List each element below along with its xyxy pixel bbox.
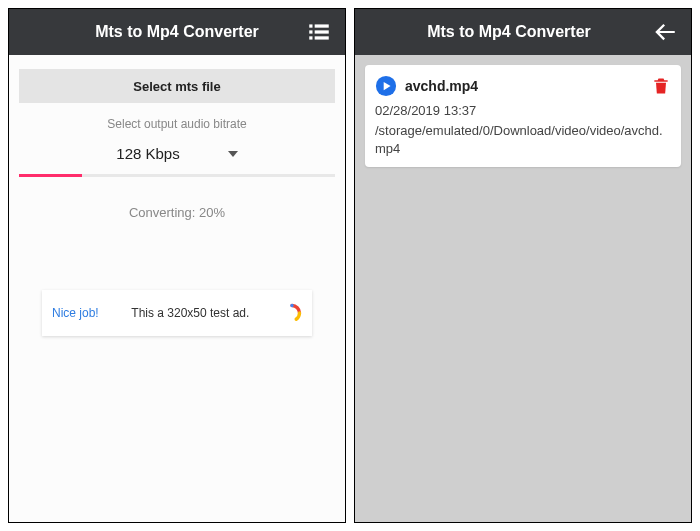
svg-rect-3 bbox=[315, 30, 329, 33]
header: Mts to Mp4 Converter bbox=[355, 9, 691, 55]
header: Mts to Mp4 Converter bbox=[9, 9, 345, 55]
app-title: Mts to Mp4 Converter bbox=[21, 23, 305, 41]
progress-fill bbox=[19, 174, 82, 177]
select-file-button[interactable]: Select mts file bbox=[19, 69, 335, 103]
list-icon[interactable] bbox=[305, 18, 333, 46]
convert-panel: Select mts file Select output audio bitr… bbox=[9, 55, 345, 522]
ad-text: This a 320x50 test ad. bbox=[109, 306, 272, 320]
svg-rect-1 bbox=[315, 24, 329, 27]
screen-files: Mts to Mp4 Converter avchd.mp4 bbox=[354, 8, 692, 523]
file-name: avchd.mp4 bbox=[405, 78, 643, 94]
svg-rect-0 bbox=[309, 24, 312, 27]
ad-nice-label: Nice job! bbox=[52, 306, 99, 320]
screen-convert: Mts to Mp4 Converter Select mts file Sel… bbox=[8, 8, 346, 523]
bitrate-dropdown[interactable]: 128 Kbps bbox=[19, 139, 335, 174]
file-list: avchd.mp4 02/28/2019 13:37 /storage/emul… bbox=[355, 55, 691, 522]
file-card: avchd.mp4 02/28/2019 13:37 /storage/emul… bbox=[365, 65, 681, 167]
svg-rect-5 bbox=[315, 36, 329, 39]
file-path: /storage/emulated/0/Download/video/video… bbox=[375, 122, 671, 157]
chevron-down-icon bbox=[228, 151, 238, 157]
svg-point-6 bbox=[290, 304, 293, 307]
play-icon[interactable] bbox=[375, 75, 397, 97]
back-icon[interactable] bbox=[651, 18, 679, 46]
bitrate-label: Select output audio bitrate bbox=[19, 117, 335, 131]
svg-rect-4 bbox=[309, 36, 312, 39]
converting-text: Converting: 20% bbox=[19, 205, 335, 220]
app-title: Mts to Mp4 Converter bbox=[367, 23, 651, 41]
ad-banner[interactable]: Nice job! This a 320x50 test ad. bbox=[42, 290, 312, 336]
admob-icon bbox=[282, 303, 302, 323]
bitrate-value: 128 Kbps bbox=[116, 145, 179, 162]
svg-rect-2 bbox=[309, 30, 312, 33]
progress-bar bbox=[19, 174, 335, 177]
file-date: 02/28/2019 13:37 bbox=[375, 103, 671, 118]
file-row-top: avchd.mp4 bbox=[375, 75, 671, 97]
trash-icon[interactable] bbox=[651, 75, 671, 97]
